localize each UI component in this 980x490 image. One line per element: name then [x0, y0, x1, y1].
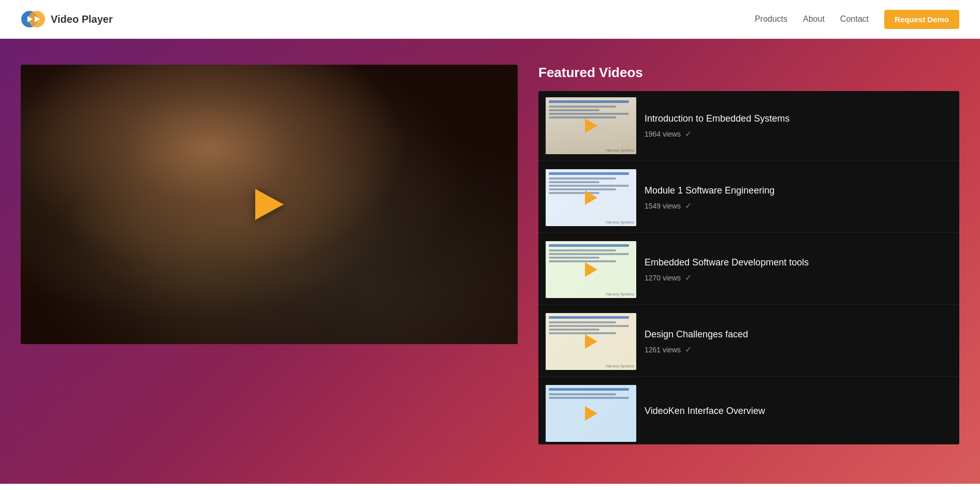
video-title-5: VideoKen Interface Overview [645, 405, 952, 417]
request-demo-button[interactable]: Request Demo [884, 10, 959, 29]
thumb-play-icon-3 [585, 262, 597, 277]
video-thumb-1: Harness Systems [546, 97, 636, 154]
thumb-line [549, 316, 629, 319]
checkmark-2: ✓ [685, 201, 692, 211]
thumb-line [549, 397, 629, 399]
video-views-2: 1549 views [645, 202, 681, 210]
thumb-play-icon-2 [585, 190, 597, 205]
navbar: Video Player Products About Contact Requ… [0, 0, 980, 39]
video-item-5[interactable]: VideoKen Interface Overview [538, 379, 959, 444]
video-list: Harness Systems Introduction to Embedded… [538, 91, 959, 444]
checkmark-3: ✓ [685, 273, 692, 283]
video-thumb-4: Harness Systems [546, 313, 636, 370]
thumb-line [549, 100, 629, 103]
video-thumb-5 [546, 385, 636, 442]
thumb-brand-2: Harness Systems [606, 220, 634, 224]
video-info-5: VideoKen Interface Overview [645, 405, 952, 421]
thumb-line [549, 257, 599, 259]
thumb-line [549, 249, 616, 251]
thumb-line [549, 393, 616, 395]
logo-icon [21, 7, 46, 32]
hero-section: Featured Videos Harness Systems Int [0, 39, 980, 484]
brand-name: Video Player [51, 13, 113, 25]
brand: Video Player [21, 7, 113, 32]
thumb-play-icon-1 [585, 118, 597, 133]
nav-products[interactable]: Products [755, 14, 787, 24]
video-info-3: Embedded Software Development tools 1270… [645, 257, 952, 283]
video-title-1: Introduction to Embedded Systems [645, 113, 952, 125]
video-item-1[interactable]: Harness Systems Introduction to Embedded… [538, 91, 959, 161]
video-meta-3: 1270 views ✓ [645, 273, 952, 283]
video-item-4[interactable]: Harness Systems Design Challenges faced … [538, 307, 959, 377]
thumb-line [549, 181, 599, 183]
featured-title: Featured Videos [538, 65, 959, 81]
thumb-line [549, 109, 599, 111]
checkmark-4: ✓ [685, 345, 692, 354]
thumb-brand-4: Harness Systems [606, 364, 634, 368]
video-item-3[interactable]: Harness Systems Embedded Software Develo… [538, 235, 959, 305]
video-player[interactable] [21, 65, 518, 344]
thumb-line [549, 185, 629, 187]
thumb-line [549, 106, 616, 108]
thumb-line [549, 177, 616, 180]
thumb-brand-3: Harness Systems [606, 292, 634, 296]
thumb-line [549, 260, 616, 262]
video-meta-1: 1964 views ✓ [645, 129, 952, 139]
thumb-line [549, 253, 629, 255]
checkmark-1: ✓ [685, 129, 692, 139]
thumb-line [549, 329, 599, 331]
thumb-line [549, 325, 629, 327]
video-thumb-3: Harness Systems [546, 241, 636, 298]
video-thumb-2: Harness Systems [546, 169, 636, 226]
nav-about[interactable]: About [803, 14, 825, 24]
video-views-1: 1964 views [645, 130, 681, 138]
video-title-2: Module 1 Software Engineering [645, 185, 952, 197]
video-meta-4: 1261 views ✓ [645, 345, 952, 354]
thumb-line [549, 172, 629, 175]
thumb-line [549, 332, 616, 334]
thumb-line [549, 188, 616, 190]
video-title-4: Design Challenges faced [645, 329, 952, 340]
thumb-line [549, 113, 629, 115]
thumb-line [549, 388, 629, 391]
video-views-3: 1270 views [645, 274, 681, 282]
nav-links: Products About Contact Request Demo [755, 10, 959, 29]
video-meta-2: 1549 views ✓ [645, 201, 952, 211]
thumb-play-icon-5 [585, 406, 597, 421]
thumb-line [549, 116, 616, 118]
play-button[interactable] [255, 189, 284, 220]
video-item-2[interactable]: Harness Systems Module 1 Software Engine… [538, 163, 959, 233]
thumb-line [549, 244, 629, 247]
thumb-brand-1: Harness Systems [606, 149, 634, 152]
video-info-2: Module 1 Software Engineering 1549 views… [645, 185, 952, 211]
video-info-1: Introduction to Embedded Systems 1964 vi… [645, 113, 952, 139]
video-views-4: 1261 views [645, 346, 681, 354]
thumb-play-icon-4 [585, 334, 597, 349]
thumb-line [549, 321, 616, 323]
video-info-4: Design Challenges faced 1261 views ✓ [645, 329, 952, 354]
video-title-3: Embedded Software Development tools [645, 257, 952, 269]
featured-sidebar: Featured Videos Harness Systems Int [538, 65, 959, 444]
nav-contact[interactable]: Contact [840, 14, 869, 24]
